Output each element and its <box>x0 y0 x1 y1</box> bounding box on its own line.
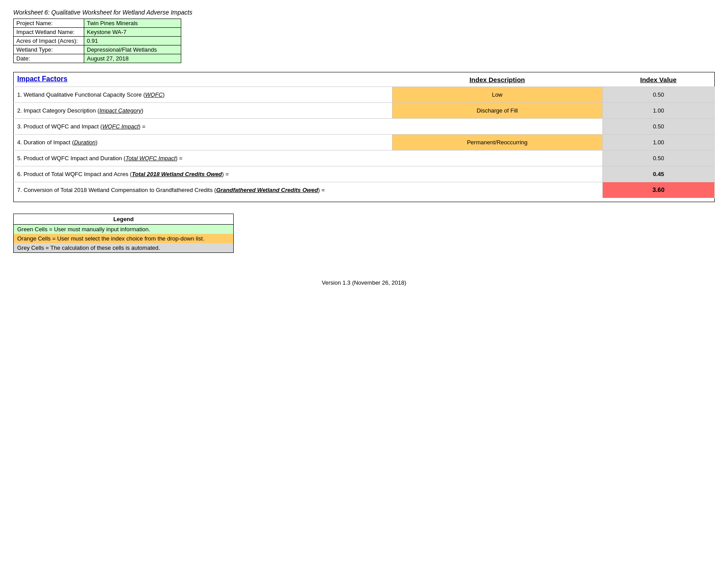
factor-label-6: 6. Product of Total WQFC Impact and Acre… <box>14 166 392 182</box>
version-footer: Version 1.3 (November 26, 2018) <box>13 279 715 286</box>
date-value[interactable]: August 27, 2018 <box>84 54 181 63</box>
table-row: 6. Product of Total WQFC Impact and Acre… <box>14 166 715 182</box>
table-header-row: Impact Factors Index Description Index V… <box>14 72 715 87</box>
table-row: 4. Duration of Impact (Duration) Permane… <box>14 135 715 150</box>
index-val-4: 1.00 <box>602 135 714 150</box>
col-header-index-description: Index Description <box>392 72 602 87</box>
index-val-7: 3.60 <box>602 182 714 198</box>
info-row-acres: Acres of Impact (Acres): 0.91 <box>14 37 181 45</box>
legend-title: Legend <box>14 214 233 225</box>
main-worksheet-table: Impact Factors Index Description Index V… <box>13 72 715 202</box>
index-desc-4[interactable]: Permanent/Reoccurring <box>392 135 602 150</box>
table-row: 2. Impact Category Description (Impact C… <box>14 103 715 119</box>
legend-item-green: Green Cells = User must manually input i… <box>14 225 233 234</box>
worksheet-title: Worksheet 6: Qualitative Worksheet for W… <box>13 9 715 16</box>
factor-label-7: 7. Conversion of Total 2018 Wetland Comp… <box>14 182 392 198</box>
wetland-type-value[interactable]: Depressional/Flat Wetlands <box>84 45 181 54</box>
table-row: 7. Conversion of Total 2018 Wetland Comp… <box>14 182 715 198</box>
acres-label: Acres of Impact (Acres): <box>14 37 84 45</box>
legend-box: Legend Green Cells = User must manually … <box>13 214 234 253</box>
index-val-1: 0.50 <box>602 87 714 103</box>
index-val-3: 0.50 <box>602 119 714 135</box>
index-desc-1[interactable]: Low <box>392 87 602 103</box>
factor-label-5: 5. Product of WQFC Impact and Duration (… <box>14 150 392 166</box>
project-name-label: Project Name: <box>14 19 84 28</box>
table-row: 5. Product of WQFC Impact and Duration (… <box>14 150 715 166</box>
table-row: 1. Wetland Qualitative Functional Capaci… <box>14 87 715 103</box>
factor-label-4: 4. Duration of Impact (Duration) <box>14 135 392 150</box>
factor-label-3: 3. Product of WQFC and Impact (WQFC Impa… <box>14 119 392 135</box>
index-val-6: 0.45 <box>602 166 714 182</box>
index-val-2: 1.00 <box>602 103 714 119</box>
index-desc-2[interactable]: Discharge of Fill <box>392 103 602 119</box>
project-name-value[interactable]: Twin Pines Minerals <box>84 19 181 28</box>
col-header-impact-factors: Impact Factors <box>14 72 392 87</box>
factor-label-2: 2. Impact Category Description (Impact C… <box>14 103 392 119</box>
legend-item-grey: Grey Cells = The calculation of these ce… <box>14 243 233 252</box>
acres-value[interactable]: 0.91 <box>84 37 181 45</box>
col-header-index-value: Index Value <box>602 72 714 87</box>
info-table: Project Name: Twin Pines Minerals Impact… <box>13 19 181 63</box>
index-desc-5 <box>392 150 602 166</box>
wetland-name-label: Impact Wetland Name: <box>14 28 84 37</box>
wetland-name-value[interactable]: Keystone WA-7 <box>84 28 181 37</box>
info-row-wetland: Impact Wetland Name: Keystone WA-7 <box>14 28 181 37</box>
factor-label-1: 1. Wetland Qualitative Functional Capaci… <box>14 87 392 103</box>
info-row-date: Date: August 27, 2018 <box>14 54 181 63</box>
info-row-project: Project Name: Twin Pines Minerals <box>14 19 181 28</box>
info-row-wetland-type: Wetland Type: Depressional/Flat Wetlands <box>14 45 181 54</box>
index-desc-3 <box>392 119 602 135</box>
index-desc-6 <box>392 166 602 182</box>
legend-item-orange: Orange Cells = User must select the inde… <box>14 234 233 243</box>
date-label: Date: <box>14 54 84 63</box>
index-desc-7 <box>392 182 602 198</box>
index-val-5: 0.50 <box>602 150 714 166</box>
spacer-row <box>14 198 715 202</box>
wetland-type-label: Wetland Type: <box>14 45 84 54</box>
table-row: 3. Product of WQFC and Impact (WQFC Impa… <box>14 119 715 135</box>
